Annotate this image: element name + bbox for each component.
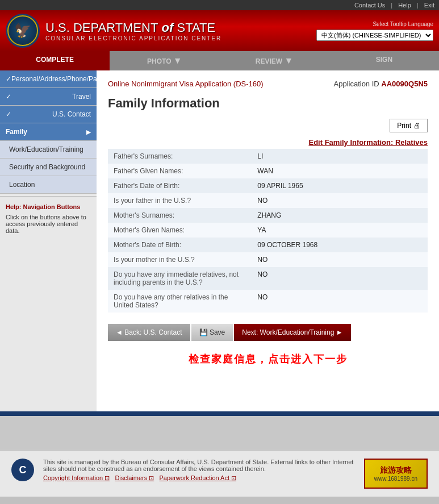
- table-row: Do you have any other relatives in the U…: [108, 290, 428, 313]
- tab-photo[interactable]: PHOTO ▼: [110, 51, 219, 70]
- content-area: Application ID AA0090Q5N5 Online Nonimmi…: [97, 70, 439, 411]
- tab-complete[interactable]: COMPLETE: [0, 51, 110, 70]
- row-label: Father's Surnames:: [108, 149, 252, 164]
- row-value: LI: [252, 149, 428, 164]
- table-row: Father's Given Names:WAN: [108, 164, 428, 178]
- table-row: Is your father in the U.S.?NO: [108, 193, 428, 208]
- language-selector-area: Select Tooltip Language 中文(简体) (CHINESE-…: [316, 21, 433, 41]
- row-label: Mother's Surnames:: [108, 208, 252, 223]
- application-id: AA0090Q5N5: [381, 80, 428, 88]
- seal: 🦅: [6, 14, 40, 48]
- sidebar-help-title: Help: Navigation Buttons: [6, 203, 91, 210]
- table-row: Mother's Given Names:YA: [108, 223, 428, 238]
- page-title: Family Information: [108, 96, 428, 111]
- row-value: NO: [252, 267, 428, 290]
- sidebar-item-family[interactable]: Family ▶: [0, 123, 97, 140]
- sidebar-item-security[interactable]: Security and Background: [0, 159, 97, 176]
- table-row: Is your mother in the U.S.?NO: [108, 252, 428, 267]
- copyright-icon: C: [11, 459, 34, 481]
- row-value: NO: [252, 252, 428, 267]
- printer-icon: 🖨: [413, 122, 420, 130]
- sidebar-item-work-education[interactable]: Work/Education/Training: [0, 141, 97, 158]
- annotation-text: 检查家庭信息，点击进入下一步: [108, 347, 428, 372]
- family-info-table: Edit Family Information: Relatives Fathe…: [108, 138, 428, 313]
- top-bar: Contact Us | Help | Exit: [0, 0, 439, 10]
- table-row: Father's Surnames:LI: [108, 149, 428, 164]
- row-label: Do you have any immediate relatives, not…: [108, 267, 252, 290]
- exit-link[interactable]: Exit: [424, 2, 434, 9]
- logo-title: 旅游攻略: [374, 465, 417, 476]
- row-label: Father's Date of Birth:: [108, 178, 252, 193]
- header-title: U.S. DEPARTMENT of STATE CONSULAR ELECTR…: [45, 20, 311, 41]
- table-row: Father's Date of Birth:09 APRIL 1965: [108, 178, 428, 193]
- row-label: Do you have any other relatives in the U…: [108, 290, 252, 313]
- back-button[interactable]: ◄ Back: U.S. Contact: [108, 324, 190, 341]
- save-button[interactable]: 💾 Save: [191, 324, 233, 341]
- footer-text: This site is managed by the Bureau of Co…: [43, 459, 355, 482]
- sidebar-item-personal[interactable]: Personal/Address/Phone/Passport: [0, 70, 97, 88]
- footer-strip: [0, 411, 439, 416]
- table-row: Mother's Surnames:ZHANG: [108, 208, 428, 223]
- language-dropdown[interactable]: 中文(简体) (CHINESE-SIMPLIFIED): [316, 30, 433, 41]
- row-label: Is your mother in the U.S.?: [108, 252, 252, 267]
- row-label: Mother's Given Names:: [108, 223, 252, 238]
- department-name: U.S. DEPARTMENT of STATE: [45, 20, 311, 35]
- table-row: Do you have any immediate relatives, not…: [108, 267, 428, 290]
- copyright-link[interactable]: Copyright Information ⊡: [43, 474, 110, 481]
- sidebar-item-travel[interactable]: Travel: [0, 88, 97, 105]
- lang-label: Select Tooltip Language: [373, 21, 433, 27]
- print-button-area: Print 🖨: [390, 119, 428, 132]
- edit-family-link[interactable]: Edit Family Information: Relatives: [309, 138, 428, 147]
- row-value: 09 APRIL 1965: [252, 178, 428, 193]
- row-value: NO: [252, 193, 428, 208]
- row-label: Is your father in the U.S.?: [108, 193, 252, 208]
- table-row: Mother's Date of Birth:09 OCTOBER 1968: [108, 238, 428, 252]
- footer: C This site is managed by the Bureau of …: [0, 450, 439, 497]
- center-name: CONSULAR ELECTRONIC APPLICATION CENTER: [45, 35, 311, 41]
- row-value: NO: [252, 290, 428, 313]
- footer-links: Copyright Information ⊡ Disclaimers ⊡ Pa…: [43, 474, 355, 482]
- bottom-navigation: ◄ Back: U.S. Contact 💾 Save Next: Work/E…: [108, 324, 428, 341]
- print-button[interactable]: Print 🖨: [390, 119, 428, 132]
- sidebar: Personal/Address/Phone/Passport Travel U…: [0, 70, 97, 411]
- eagle-icon: 🦅: [14, 23, 31, 39]
- tab-sign[interactable]: SIGN: [329, 51, 439, 70]
- row-value: WAN: [252, 164, 428, 178]
- nav-tabs: COMPLETE PHOTO ▼ REVIEW ▼ SIGN: [0, 51, 439, 70]
- row-value: ZHANG: [252, 208, 428, 223]
- paperwork-link[interactable]: Paperwork Reduction Act ⊡: [159, 474, 236, 481]
- logo-url: www.1681989.cn: [374, 476, 417, 482]
- row-label: Mother's Date of Birth:: [108, 238, 252, 252]
- sidebar-help: Help: Navigation Buttons Click on the bu…: [0, 196, 97, 241]
- application-id-area: Application ID AA0090Q5N5: [334, 80, 428, 88]
- row-label: Father's Given Names:: [108, 164, 252, 178]
- main-layout: Personal/Address/Phone/Passport Travel U…: [0, 70, 439, 411]
- sidebar-item-us-contact[interactable]: U.S. Contact: [0, 106, 97, 123]
- arrow-right-icon: ▶: [86, 129, 91, 135]
- sidebar-help-text: Click on the buttons above to access pre…: [6, 214, 91, 234]
- sidebar-item-location[interactable]: Location: [0, 176, 97, 193]
- row-value: 09 OCTOBER 1968: [252, 238, 428, 252]
- footer-bg-spacer: [0, 416, 439, 450]
- header: 🦅 U.S. DEPARTMENT of STATE CONSULAR ELEC…: [0, 10, 439, 51]
- row-value: YA: [252, 223, 428, 238]
- travel-logo: 旅游攻略 www.1681989.cn: [364, 459, 428, 489]
- contact-us-link[interactable]: Contact Us: [354, 2, 385, 9]
- help-link[interactable]: Help: [398, 2, 411, 9]
- disclaimers-link[interactable]: Disclaimers ⊡: [115, 474, 154, 481]
- next-button[interactable]: Next: Work/Education/Training ►: [234, 324, 350, 341]
- tab-review[interactable]: REVIEW ▼: [220, 51, 329, 70]
